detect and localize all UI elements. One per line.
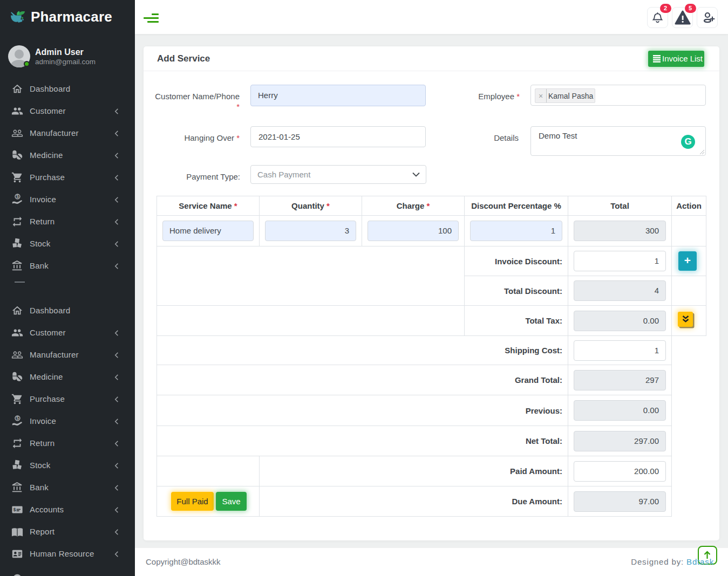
svg-text:$: $ [16, 194, 19, 199]
svg-text:$: $ [16, 416, 19, 421]
svg-text:$: $ [13, 507, 16, 512]
